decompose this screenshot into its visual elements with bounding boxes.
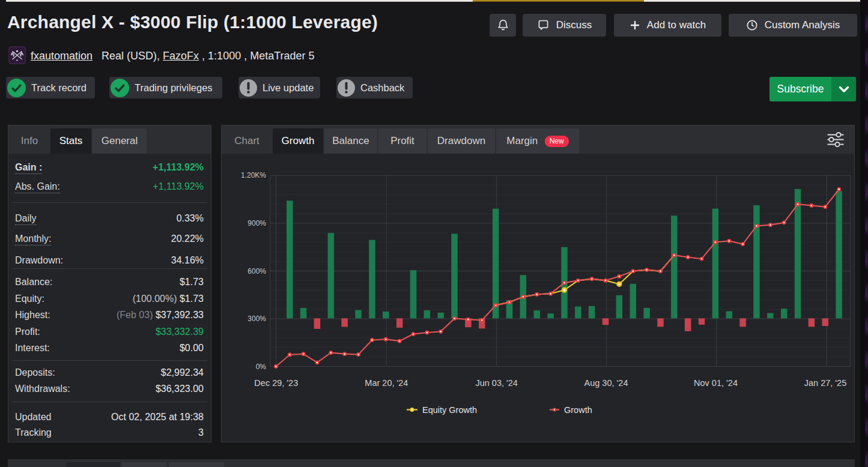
svg-text:Growth: Growth [564, 405, 592, 415]
svg-text:Nov 01, '24: Nov 01, '24 [694, 378, 738, 388]
svg-text:Jun 03, '24: Jun 03, '24 [475, 378, 518, 388]
svg-text:Aug 30, '24: Aug 30, '24 [584, 378, 628, 388]
svg-text:1.20K%: 1.20K% [241, 171, 266, 179]
svg-text:300%: 300% [247, 315, 266, 323]
svg-text:Mar 20, '24: Mar 20, '24 [365, 378, 408, 388]
svg-text:600%: 600% [247, 267, 266, 276]
svg-text:Equity Growth: Equity Growth [422, 405, 477, 415]
svg-text:Jan 27, '25: Jan 27, '25 [804, 378, 847, 388]
svg-text:0%: 0% [256, 363, 267, 371]
svg-text:900%: 900% [247, 219, 266, 227]
svg-text:Dec 29, '23: Dec 29, '23 [254, 378, 298, 388]
